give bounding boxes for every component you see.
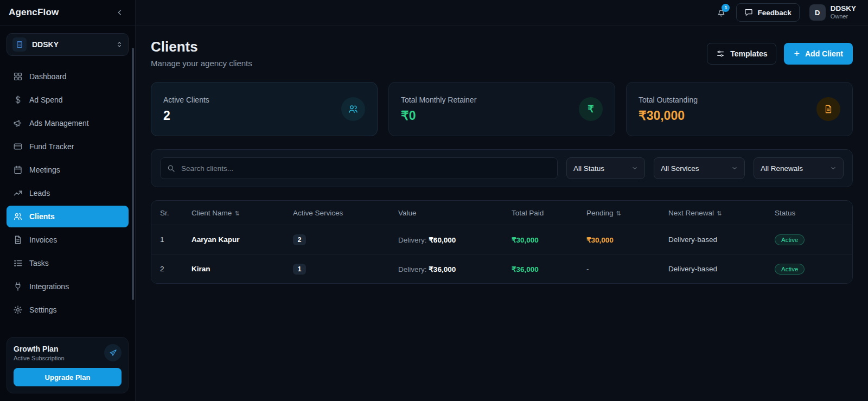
sidebar-collapse-button[interactable] [113, 6, 126, 19]
sort-icon: ⇅ [616, 210, 621, 217]
status-badge: Active [775, 264, 805, 275]
users-icon [341, 97, 365, 121]
user-menu[interactable]: D DDSKY Owner [809, 4, 856, 21]
templates-button[interactable]: Templates [707, 43, 776, 65]
filter-bar: All Status All Services All Renewals [151, 149, 853, 187]
cell-sr: 2 [160, 265, 192, 273]
sidebar-nav: Dashboard Ad Spend Ads Management Fund T… [0, 61, 135, 321]
sidebar-scrollbar[interactable] [132, 48, 134, 300]
sort-icon: ⇅ [234, 210, 239, 217]
column-header-value: Value [398, 209, 512, 217]
cell-client-name: Aaryan Kapur [192, 235, 293, 244]
cell-value: Delivery: ₹60,000 [398, 235, 512, 244]
search-field [160, 157, 558, 179]
cell-client-name: Kiran [192, 265, 293, 273]
sidebar-item-tasks[interactable]: Tasks [7, 252, 129, 274]
sidebar-item-meetings[interactable]: Meetings [7, 159, 129, 181]
column-header-client-name[interactable]: Client Name⇅ [192, 209, 293, 217]
sidebar-item-ads-management[interactable]: Ads Management [7, 112, 129, 134]
invoice-icon [13, 235, 23, 245]
renewals-filter-dropdown[interactable]: All Renewals [754, 157, 844, 179]
sidebar-item-settings[interactable]: Settings [7, 299, 129, 321]
page-title: Clients [151, 39, 252, 55]
sidebar-item-label: Invoices [29, 235, 57, 244]
workspace-selector[interactable]: DDSKY [7, 33, 129, 56]
stat-label: Active Clients [163, 96, 209, 104]
column-header-next-renewal[interactable]: Next Renewal⇅ [668, 209, 775, 217]
cell-pending: ₹30,000 [586, 235, 668, 244]
plan-title: Growth Plan [14, 345, 65, 353]
sidebar-item-label: Settings [29, 305, 57, 314]
stat-value: 2 [163, 109, 209, 123]
stat-card-active-clients: Active Clients 2 [151, 82, 378, 136]
stat-value: ₹0 [401, 109, 476, 123]
sidebar: AgencFlow DDSKY Dashboard Ad Spend Ads M… [0, 0, 136, 401]
top-header: 1 Feedback D DDSKY Owner [136, 0, 868, 26]
rupee-icon: ₹ [579, 97, 603, 121]
sidebar-item-invoices[interactable]: Invoices [7, 229, 129, 251]
sidebar-item-label: Tasks [29, 259, 49, 268]
stat-label: Total Outstanding [639, 96, 698, 104]
app-logo: AgencFlow [9, 7, 59, 18]
sidebar-item-label: Clients [29, 212, 55, 221]
chevron-down-icon [731, 165, 738, 171]
cell-sr: 1 [160, 235, 192, 244]
cell-status: Active [775, 264, 844, 275]
cell-status: Active [775, 234, 844, 245]
sidebar-item-fund-tracker[interactable]: Fund Tracker [7, 136, 129, 157]
sidebar-item-label: Fund Tracker [29, 142, 74, 151]
megaphone-icon [13, 118, 23, 128]
chevron-down-icon [830, 165, 837, 171]
plan-card: Growth Plan Active Subscription Upgrade … [7, 337, 129, 393]
stats-row: Active Clients 2 Total Monthly Retainer … [151, 82, 853, 136]
feedback-button[interactable]: Feedback [736, 3, 799, 22]
add-client-button[interactable]: + Add Client [784, 43, 853, 65]
rocket-icon [104, 344, 122, 361]
avatar: D [809, 4, 826, 21]
sidebar-item-clients[interactable]: Clients [7, 206, 129, 227]
chevron-left-icon [116, 8, 124, 17]
stat-card-total-outstanding: Total Outstanding ₹30,000 [626, 82, 853, 136]
cell-next-renewal: Delivery-based [668, 235, 775, 244]
trend-up-icon [13, 188, 23, 198]
workspace-name: DDSKY [32, 40, 111, 49]
plus-icon: + [794, 49, 800, 59]
services-count-badge: 1 [293, 264, 306, 275]
services-count-badge: 2 [293, 234, 306, 245]
dollar-icon [13, 95, 23, 105]
sidebar-item-label: Integrations [29, 282, 69, 291]
main-content: Clients Manage your agency clients Templ… [136, 26, 868, 401]
cell-total-paid: ₹36,000 [512, 265, 586, 273]
sidebar-item-label: Ad Spend [29, 96, 63, 104]
notification-badge: 1 [722, 4, 730, 12]
upgrade-plan-button[interactable]: Upgrade Plan [14, 368, 122, 386]
table-row[interactable]: 2 Kiran 1 Delivery: ₹36,000 ₹36,000 - De… [151, 254, 852, 283]
plug-icon [13, 282, 23, 291]
sidebar-item-dashboard[interactable]: Dashboard [7, 66, 129, 87]
sidebar-item-leads[interactable]: Leads [7, 182, 129, 204]
column-header-sr: Sr. [160, 209, 192, 217]
grid-icon [13, 72, 23, 81]
sidebar-item-ad-spend[interactable]: Ad Spend [7, 89, 129, 111]
clients-table: Sr. Client Name⇅ Active Services Value T… [151, 200, 853, 284]
services-filter-dropdown[interactable]: All Services [654, 157, 745, 179]
sidebar-item-label: Dashboard [29, 72, 67, 81]
logo-row: AgencFlow [0, 0, 135, 26]
notifications-button[interactable]: 1 [716, 8, 726, 18]
status-badge: Active [775, 234, 805, 245]
stat-value: ₹30,000 [639, 109, 698, 123]
cell-total-paid: ₹30,000 [512, 235, 586, 244]
table-header-row: Sr. Client Name⇅ Active Services Value T… [151, 201, 852, 225]
search-input[interactable] [160, 157, 558, 179]
cell-active-services: 1 [293, 264, 398, 275]
sort-icon: ⇅ [717, 210, 722, 217]
cell-active-services: 2 [293, 234, 398, 245]
table-row[interactable]: 1 Aaryan Kapur 2 Delivery: ₹60,000 ₹30,0… [151, 225, 852, 254]
status-filter-dropdown[interactable]: All Status [566, 157, 645, 179]
cell-value: Delivery: ₹36,000 [398, 265, 512, 273]
user-role: Owner [831, 13, 856, 20]
column-header-pending[interactable]: Pending⇅ [586, 209, 668, 217]
users-icon [13, 212, 23, 221]
sidebar-item-integrations[interactable]: Integrations [7, 276, 129, 297]
wallet-icon [13, 142, 23, 151]
